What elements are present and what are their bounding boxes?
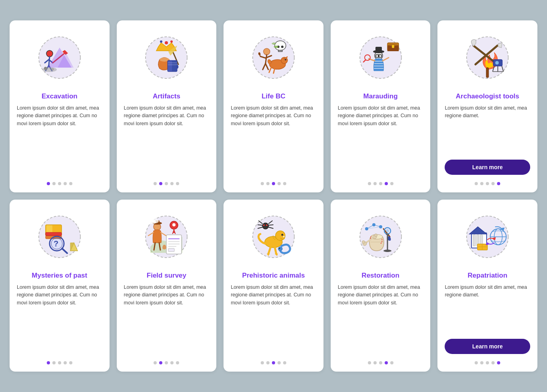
dot-2 [58,361,61,364]
card-prehistoric-animals: Prehistoric animals Lorem ipsum dolor si… [224,200,323,372]
card-title: Excavation [42,92,78,100]
card-body: Lorem ipsum dolor sit dim amet, mea regi… [445,104,530,155]
card-body: Lorem ipsum dolor sit dim amet, mea regi… [338,104,423,176]
svg-point-98 [147,220,153,223]
card-title: Restoration [361,272,399,280]
card-artifacts: Artifacts Lorem ipsum dolor sit dim amet… [117,20,217,192]
dot-4 [390,361,393,364]
card-body: Lorem ipsum dolor sit dim amet, mea regi… [445,284,530,334]
card-icon-area [457,28,517,88]
svg-point-24 [275,41,286,50]
dot-3 [170,361,174,364]
card-title: Life BC [262,92,285,100]
svg-text:?: ? [54,239,58,248]
card-grid: Excavation Lorem ipsum dolor sit dim ame… [10,20,537,372]
dot-0 [368,361,371,364]
dot-3 [491,182,495,185]
svg-point-95 [172,223,176,226]
svg-point-106 [279,248,280,249]
card-body: Lorem ipsum dolor sit dim amet, mea regi… [124,284,210,356]
svg-point-123 [386,229,389,232]
card-dots [368,361,393,364]
dot-0 [47,182,50,185]
card-icon-area [244,28,303,88]
svg-point-97 [152,219,159,223]
svg-line-2 [49,57,50,66]
svg-point-64 [495,61,499,65]
card-body: Lorem ipsum dolor sit dim amet, mea regi… [231,104,316,176]
dot-4 [176,182,179,185]
svg-point-48 [379,55,381,57]
dot-2 [379,361,382,364]
dot-1 [159,182,162,185]
card-title: Field survey [147,272,186,280]
svg-rect-44 [392,45,394,48]
dot-2 [272,361,275,364]
card-title: Marauding [363,92,398,100]
svg-point-130 [374,234,377,237]
dot-0 [475,182,478,185]
card-icon-area [136,28,196,88]
dot-3 [491,361,495,364]
card-dots [261,361,286,364]
card-icon-area [244,207,303,267]
card-body: Lorem ipsum dolor sit dim amet, mea regi… [231,284,316,356]
dot-2 [58,182,61,185]
card-icon-area [30,28,90,88]
card-dots [154,182,179,185]
card-mysteries-of-past: ? Mysteries of past Lorem ipsum dolor si… [10,200,110,372]
svg-point-38 [285,59,286,60]
dot-3 [277,361,281,364]
dot-3 [64,361,67,364]
card-icon-area [351,207,411,267]
dot-3 [277,182,281,185]
dot-0 [368,182,371,185]
svg-rect-86 [168,248,174,252]
dot-4 [69,361,72,364]
dot-2 [165,361,168,364]
dot-3 [170,182,174,185]
dot-2 [272,182,275,185]
card-icon-area: ? [30,207,90,267]
card-dots [475,361,500,364]
dot-1 [266,182,270,185]
dot-0 [47,361,50,364]
card-body: Lorem ipsum dolor sit dim amet, mea regi… [17,104,102,176]
svg-line-109 [258,225,262,225]
svg-point-47 [376,55,378,57]
svg-point-114 [263,224,265,226]
dot-0 [154,361,157,364]
dot-2 [486,361,489,364]
card-repatriation: Repatriation Lorem ipsum dolor sit dim a… [437,200,537,372]
dot-3 [385,182,388,185]
learn-more-button[interactable]: Learn more [445,339,530,354]
dot-1 [373,182,377,185]
svg-point-128 [362,241,365,244]
dot-1 [266,361,270,364]
dot-4 [176,361,179,364]
card-archaeologist-tools: Archaeologist tools Lorem ipsum dolor si… [437,20,537,192]
card-title: Repatriation [468,272,507,280]
dot-4 [497,182,500,185]
svg-point-115 [266,224,268,226]
card-dots [47,361,72,364]
svg-point-121 [383,250,391,252]
svg-rect-139 [473,235,475,246]
dot-0 [261,361,264,364]
dot-4 [390,182,393,185]
card-field-survey: Field survey Lorem ipsum dolor sit dim a… [117,200,217,372]
svg-point-26 [281,46,283,48]
card-restoration: Restoration Lorem ipsum dolor sit dim am… [331,200,431,372]
svg-point-11 [44,67,47,70]
card-title: Artifacts [153,92,180,100]
dot-0 [154,182,157,185]
card-dots [368,182,393,185]
card-body: Lorem ipsum dolor sit dim amet, mea regi… [338,284,423,356]
card-dots [475,182,500,185]
card-title: Prehistoric animals [242,272,305,280]
dot-4 [497,361,500,364]
dot-1 [52,361,56,364]
dot-1 [480,361,483,364]
learn-more-button[interactable]: Learn more [445,160,530,175]
card-life-bc: Life BC Lorem ipsum dolor sit dim amet, … [224,20,323,192]
